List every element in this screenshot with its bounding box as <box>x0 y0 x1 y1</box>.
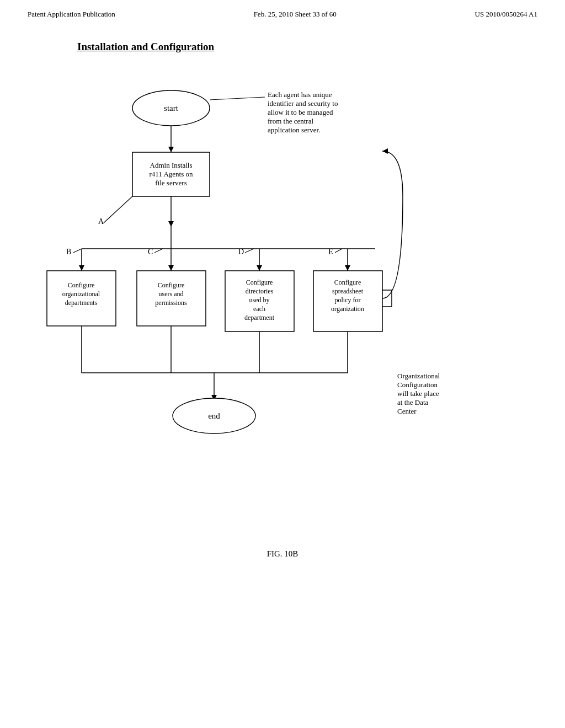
page-title: Installation and Configuration <box>77 41 214 52</box>
svg-line-23 <box>154 249 163 253</box>
svg-marker-17 <box>168 221 174 227</box>
svg-text:Organizational: Organizational <box>397 372 440 380</box>
svg-text:departments: departments <box>65 299 98 307</box>
fig-label: FIG. 10B <box>0 544 565 559</box>
svg-text:A: A <box>98 217 104 226</box>
svg-text:each: each <box>253 305 265 313</box>
svg-text:Configure: Configure <box>68 281 95 289</box>
svg-marker-55 <box>382 148 388 154</box>
svg-text:identifier and security to: identifier and security to <box>268 99 338 108</box>
page-header: Patent Application Publication Feb. 25, … <box>0 0 565 19</box>
svg-text:department: department <box>244 314 275 322</box>
svg-text:B: B <box>66 248 71 256</box>
svg-text:C: C <box>148 248 153 256</box>
header-left: Patent Application Publication <box>28 10 115 19</box>
svg-line-15 <box>104 196 132 223</box>
svg-text:Each agent has unique: Each agent has unique <box>268 90 332 99</box>
svg-text:end: end <box>208 411 220 420</box>
svg-text:spreadsheet: spreadsheet <box>332 287 364 295</box>
svg-text:Configuration: Configuration <box>397 381 438 389</box>
svg-marker-31 <box>168 265 174 271</box>
header-right: US 2010/0050264 A1 <box>475 10 537 19</box>
svg-text:used by: used by <box>249 296 270 304</box>
svg-text:Configure: Configure <box>246 279 273 286</box>
svg-text:application server.: application server. <box>268 126 320 134</box>
svg-text:Admin Installs: Admin Installs <box>150 161 193 169</box>
svg-line-27 <box>335 249 342 253</box>
svg-text:allow it to be managed: allow it to be managed <box>268 108 333 116</box>
svg-text:directories: directories <box>246 287 274 295</box>
svg-text:will take place: will take place <box>397 389 439 398</box>
svg-text:start: start <box>164 104 179 113</box>
svg-line-25 <box>245 249 254 253</box>
svg-text:r411 Agents on: r411 Agents on <box>150 170 193 178</box>
svg-text:file servers: file servers <box>155 179 186 187</box>
svg-marker-9 <box>168 147 174 152</box>
svg-rect-36 <box>47 271 116 326</box>
svg-text:from the central: from the central <box>268 117 313 125</box>
svg-text:organizational: organizational <box>62 290 100 298</box>
title-section: Installation and Configuration <box>0 19 565 53</box>
svg-text:E: E <box>328 248 333 256</box>
svg-text:Configure: Configure <box>334 279 361 286</box>
svg-text:Center: Center <box>397 407 417 415</box>
svg-marker-33 <box>257 265 262 271</box>
svg-text:organization: organization <box>331 305 364 313</box>
svg-marker-29 <box>79 265 84 271</box>
header-middle: Feb. 25, 2010 Sheet 33 of 60 <box>254 10 337 19</box>
svg-text:permissions: permissions <box>155 299 187 307</box>
svg-line-2 <box>210 97 265 100</box>
svg-text:D: D <box>238 248 244 256</box>
svg-text:Configure: Configure <box>158 281 185 289</box>
svg-text:at the  Data: at the Data <box>397 398 429 406</box>
diagram-area: start Each agent has unique identifier a… <box>0 58 565 544</box>
flowchart-svg: start Each agent has unique identifier a… <box>0 58 565 544</box>
svg-marker-35 <box>345 265 350 271</box>
svg-line-21 <box>73 249 82 253</box>
svg-rect-40 <box>137 271 206 326</box>
svg-text:policy for: policy for <box>335 296 361 304</box>
svg-text:users and: users and <box>159 290 184 298</box>
